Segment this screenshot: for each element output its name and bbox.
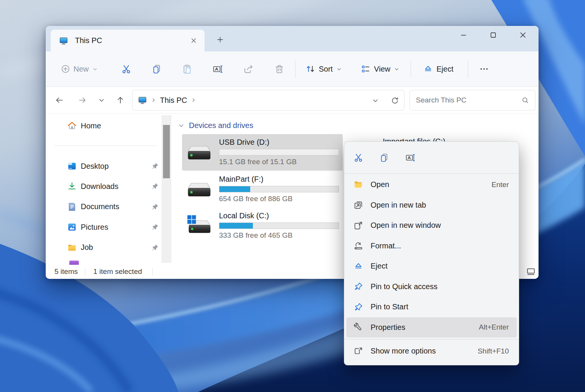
view-toggle-icon[interactable] [527, 268, 535, 275]
menu-item-open-new-window[interactable]: Open in new window [346, 215, 517, 236]
recent-locations-button[interactable] [93, 92, 110, 109]
arrow-right-icon [78, 96, 87, 105]
rename-button[interactable] [401, 149, 419, 167]
plus-circle-icon [61, 64, 70, 74]
desktop-screen: This PC [0, 0, 585, 392]
sidebar-item-label: Pictures [81, 223, 108, 232]
capacity-bar [219, 149, 339, 155]
menu-item-show-more-options[interactable]: Show more options Shift+F10 [346, 341, 517, 362]
refresh-icon [391, 96, 399, 105]
paste-icon [182, 64, 192, 74]
sort-button[interactable]: Sort [302, 58, 346, 80]
menu-item-open[interactable]: Open Enter [346, 174, 517, 195]
cut-button[interactable] [115, 58, 137, 80]
close-window-button[interactable] [508, 26, 538, 44]
drive-name: MainPart (F:) [219, 175, 264, 184]
delete-icon [274, 64, 285, 74]
close-icon [519, 31, 527, 39]
address-dropdown-button[interactable] [368, 93, 383, 108]
devices-and-drives-header[interactable]: Devices and drives [178, 121, 253, 130]
copy-button[interactable] [375, 149, 393, 167]
folder-icon [67, 243, 77, 253]
eject-icon [353, 261, 363, 271]
pin-icon [353, 302, 363, 312]
refresh-button[interactable] [387, 93, 403, 108]
scrollbar-thumb[interactable] [163, 125, 170, 178]
eject-button[interactable]: Eject [419, 58, 460, 80]
rename-button[interactable] [207, 58, 228, 80]
up-button[interactable] [112, 92, 129, 109]
menu-item-eject[interactable]: Eject [346, 256, 517, 277]
view-button[interactable]: View [357, 58, 403, 80]
group-title: Devices and drives [189, 121, 253, 130]
drive-name: Local Disk (C:) [219, 211, 269, 220]
copy-icon [379, 153, 389, 163]
sidebar-item-label: Downloads [81, 182, 118, 191]
tab-this-pc[interactable]: This PC [51, 30, 205, 51]
plus-icon [216, 36, 224, 43]
drive-tile-local-disk[interactable]: Local Disk (C:) 333 GB free of 465 GB [182, 208, 343, 244]
rename-icon [213, 64, 223, 74]
close-icon [190, 37, 197, 44]
new-button[interactable]: New [57, 58, 102, 80]
pin-icon [353, 282, 363, 291]
sort-button-label: Sort [319, 65, 333, 74]
search-placeholder: Search This PC [416, 96, 521, 104]
selection-count: 1 item selected [93, 267, 142, 276]
tab-close-button[interactable] [187, 34, 200, 47]
menu-item-pin-start[interactable]: Pin to Start [346, 297, 517, 317]
pin-icon [151, 162, 159, 170]
breadcrumb-this-pc[interactable]: This PC [160, 96, 187, 105]
sidebar-item-job[interactable]: Job [50, 238, 159, 258]
more-options-button[interactable] [473, 58, 495, 80]
search-box[interactable]: Search This PC [409, 90, 535, 110]
drive-tile-mainpart[interactable]: MainPart (F:) 654 GB free of 886 GB [182, 171, 343, 208]
menu-separator [344, 339, 519, 339]
drive-name: USB Drive (D:) [219, 138, 269, 147]
open-new-tab-icon [353, 200, 363, 210]
home-icon [67, 121, 77, 131]
copy-button[interactable] [146, 58, 167, 80]
sidebar-divider [54, 146, 156, 146]
chevron-right-icon [151, 98, 156, 103]
sidebar-item-documents[interactable]: Documents [50, 197, 159, 217]
back-button[interactable] [51, 92, 68, 109]
desktop-icon [67, 161, 77, 171]
delete-button[interactable] [269, 58, 290, 80]
sidebar-item-label: Home [81, 122, 101, 130]
hard-drive-icon [186, 178, 213, 202]
drive-tile-usb[interactable]: USB Drive (D:) 15.1 GB free of 15.1 GB [182, 134, 343, 171]
chevron-down-icon [178, 123, 184, 129]
breadcrumb-bar[interactable]: This PC [132, 90, 404, 110]
capacity-bar-fill [219, 186, 250, 192]
paste-button[interactable] [176, 58, 198, 80]
maximize-button[interactable] [478, 26, 508, 44]
forward-button[interactable] [74, 92, 91, 109]
drive-free-space: 15.1 GB free of 15.1 GB [219, 158, 297, 166]
menu-item-open-new-tab[interactable]: Open in new tab [346, 195, 517, 216]
sidebar-item-desktop[interactable]: Desktop [50, 156, 159, 176]
sidebar-item-partial[interactable] [69, 261, 79, 265]
menu-item-format[interactable]: Format... [346, 236, 517, 256]
menu-item-label: Pin to Start [371, 302, 408, 311]
cut-button[interactable] [349, 149, 368, 167]
sidebar-item-home[interactable]: Home [50, 116, 159, 136]
sidebar-item-pictures[interactable]: Pictures [50, 217, 159, 237]
menu-item-properties[interactable]: Properties Alt+Enter [346, 317, 517, 338]
sidebar-item-label: Job [81, 243, 93, 252]
sidebar-scrollbar[interactable] [161, 115, 171, 263]
menu-item-pin-quick-access[interactable]: Pin to Quick access [346, 277, 517, 297]
show-more-options-icon [353, 346, 363, 356]
menu-item-label: Format... [371, 242, 401, 250]
new-tab-button[interactable] [213, 32, 228, 47]
wrench-icon [353, 322, 363, 332]
chevron-down-icon [372, 98, 379, 104]
this-pc-icon [138, 96, 147, 105]
minimize-button[interactable] [449, 26, 478, 44]
ellipsis-icon [479, 64, 489, 74]
view-icon [361, 64, 371, 74]
share-button[interactable] [238, 58, 259, 80]
maximize-icon [489, 31, 497, 39]
navigation-pane: Home Desktop [46, 114, 162, 265]
sidebar-item-downloads[interactable]: Downloads [50, 176, 159, 196]
